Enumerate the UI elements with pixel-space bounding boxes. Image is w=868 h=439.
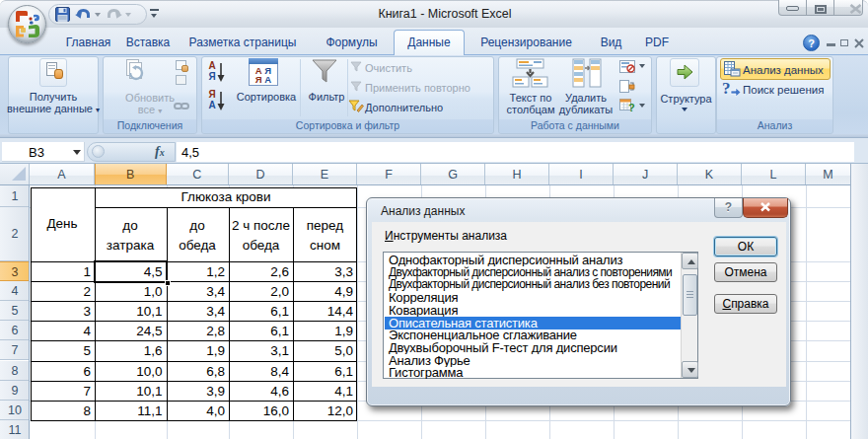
svg-text:?: ?	[722, 80, 731, 98]
svg-text:?: ?	[628, 102, 635, 112]
